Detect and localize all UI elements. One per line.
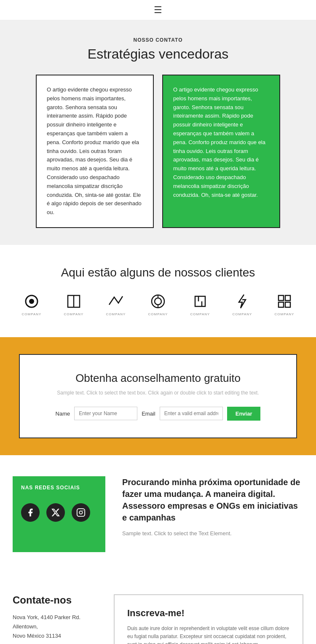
logo-icon-5 xyxy=(191,292,209,311)
redes-title: NAS REDES SOCIAIS xyxy=(21,485,97,491)
svg-rect-15 xyxy=(77,509,85,516)
section-redes: NAS REDES SOCIAIS xyxy=(0,455,316,573)
logo-item: COMPANY xyxy=(57,292,91,316)
card-white: O artigo evidente chegou expresso pelos … xyxy=(36,75,154,228)
redes-content: Procurando minha próxima oportunidade de… xyxy=(122,476,303,537)
logo-icon-1 xyxy=(22,292,41,311)
svg-rect-13 xyxy=(279,302,284,307)
email-input[interactable] xyxy=(160,407,223,420)
logo-label-2: COMPANY xyxy=(64,312,84,316)
logos-row: COMPANY COMPANY COMPANY COMPANY xyxy=(13,292,303,316)
logo-label-7: COMPANY xyxy=(275,312,295,316)
email-label: Email xyxy=(142,411,155,417)
logo-label-1: COMPANY xyxy=(22,312,42,316)
svg-rect-8 xyxy=(195,296,205,306)
name-input[interactable] xyxy=(74,407,137,420)
redes-sample-text: Sample text. Click to select the Text El… xyxy=(122,530,303,537)
logo-label-5: COMPANY xyxy=(190,312,210,316)
logo-item: COMPANY xyxy=(15,292,48,316)
twitter-x-icon[interactable] xyxy=(46,503,65,522)
logo-item: COMPANY xyxy=(141,292,175,316)
svg-rect-14 xyxy=(285,302,290,307)
svg-point-1 xyxy=(29,299,34,304)
card-green: O artigo evidente chegou expresso pelos … xyxy=(162,75,280,228)
contact-form: Name Email Enviar xyxy=(41,407,275,421)
aconselhamento-subtext: Sample text. Click to select the text bo… xyxy=(41,389,275,397)
logo-item: COMPANY xyxy=(99,292,133,316)
svg-point-17 xyxy=(83,510,83,511)
address-text: Nova York, 4140 Parker Rd.Allentown,Novo… xyxy=(13,613,97,641)
redes-heading: Procurando minha próxima oportunidade de… xyxy=(122,476,303,523)
section-label: NOSSO CONTATO xyxy=(13,37,303,43)
logo-icon-3 xyxy=(107,292,125,311)
logo-item: COMPANY xyxy=(268,292,301,316)
instagram-icon[interactable] xyxy=(72,503,90,522)
aconselhamento-title: Obtenha aconselhamento gratuito xyxy=(41,372,275,385)
logo-item: COMPANY xyxy=(183,292,217,316)
redes-box: NAS REDES SOCIAIS xyxy=(13,476,105,552)
logo-label-4: COMPANY xyxy=(148,312,168,316)
svg-point-5 xyxy=(155,298,161,305)
facebook-icon[interactable] xyxy=(21,503,40,522)
svg-rect-11 xyxy=(279,295,284,301)
section-estrategias: NOSSO CONTATO Estratégias vencedoras O a… xyxy=(0,20,316,245)
aconselhamento-inner: Obtenha aconselhamento gratuito Sample t… xyxy=(19,354,297,438)
logo-item: COMPANY xyxy=(225,292,259,316)
svg-point-16 xyxy=(79,511,82,514)
inscreva-title: Inscreva-me! xyxy=(127,608,290,619)
header: ☰ xyxy=(0,0,316,20)
section-aconselhamento: Obtenha aconselhamento gratuito Sample t… xyxy=(0,337,316,455)
name-label: Name xyxy=(56,411,70,417)
enviar-button[interactable]: Enviar xyxy=(227,407,261,421)
logo-label-3: COMPANY xyxy=(106,312,126,316)
card-green-text: O artigo evidente chegou expresso pelos … xyxy=(173,86,269,199)
hamburger-icon[interactable]: ☰ xyxy=(154,5,162,16)
inscreva-box: Inscreva-me! Duis aute irure dolor in re… xyxy=(114,594,303,644)
inscreva-desc: Duis aute irure dolor in reprehenderit i… xyxy=(127,625,290,644)
card-white-text: O artigo evidente chegou expresso pelos … xyxy=(47,86,143,217)
contate-box: Contate-nos Nova York, 4140 Parker Rd.Al… xyxy=(13,594,97,644)
logo-icon-7 xyxy=(275,292,294,311)
svg-rect-12 xyxy=(285,295,290,301)
logo-icon-2 xyxy=(64,292,83,311)
logo-icon-6 xyxy=(233,292,252,311)
social-icons xyxy=(21,503,97,522)
section-clientes: Aqui estão alguns de nossos clientes COM… xyxy=(0,245,316,337)
logo-label-6: COMPANY xyxy=(233,312,252,316)
contate-title: Contate-nos xyxy=(13,594,97,606)
clientes-title: Aqui estão alguns de nossos clientes xyxy=(13,266,303,279)
section-contato: Contate-nos Nova York, 4140 Parker Rd.Al… xyxy=(0,573,316,644)
logo-icon-4 xyxy=(149,292,167,311)
section-title: Estratégias vencedoras xyxy=(13,46,303,62)
cards-row: O artigo evidente chegou expresso pelos … xyxy=(13,75,303,228)
